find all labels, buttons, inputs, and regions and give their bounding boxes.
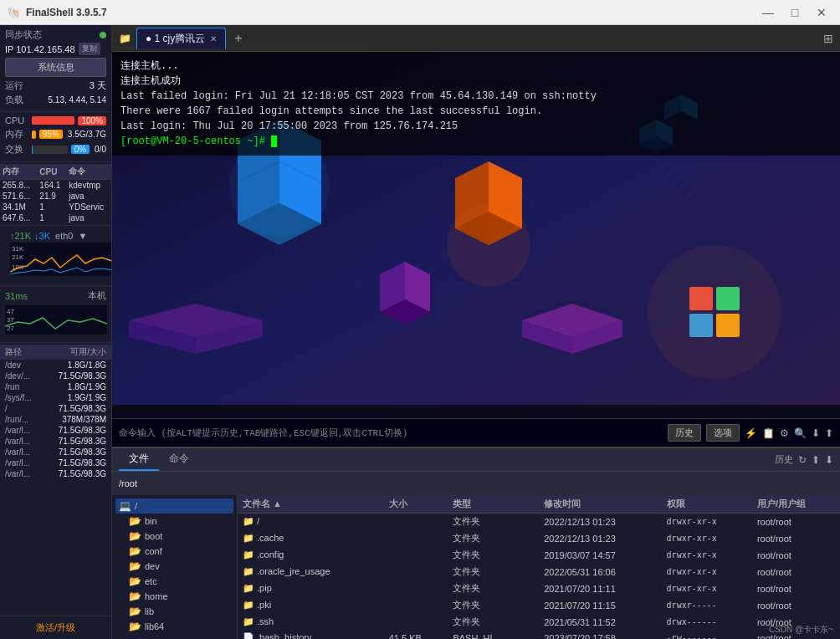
svg-text:10K: 10K (12, 263, 24, 271)
svg-rect-4 (5, 305, 107, 335)
file-name: 📁 / (238, 514, 384, 530)
history-button[interactable]: 历史 (668, 424, 701, 442)
tree-item[interactable]: 📂dev (115, 559, 233, 574)
file-icon: 📄 (243, 632, 254, 639)
file-row[interactable]: 📁 .oracle_jre_usage 文件夹 2022/05/31 16:06… (238, 564, 840, 580)
file-row[interactable]: 📁 .config 文件夹 2019/03/07 14:57 drwxr-xr-… (238, 547, 840, 564)
term-line-1: 连接主机... (120, 59, 832, 74)
folder-icon: 📂 (129, 530, 141, 542)
latency-section: 31ms 本机 47 37 27 (0, 286, 111, 343)
net-dropdown-icon[interactable]: ▼ (78, 231, 87, 241)
file-type: 文件夹 (448, 530, 539, 547)
tab-session-1[interactable]: ● 1 cjy腾讯云 ✕ (136, 28, 226, 49)
upload-icon[interactable]: ⬆ (825, 427, 833, 439)
sys-info-button[interactable]: 系统信息 (5, 58, 106, 77)
disk-row: /dev1.8G/1.8G (0, 360, 111, 371)
minimize-button[interactable]: — (756, 3, 780, 22)
file-row[interactable]: 📁 .ssh 文件夹 2021/05/31 11:52 drwx------ r… (238, 614, 840, 631)
disk-row: /run1.8G/1.9G (0, 381, 111, 392)
tab-commands[interactable]: 命令 (159, 448, 199, 471)
sidebar: 同步状态 IP 101.42.165.48 复制 系统信息 运行 3 天 负载 … (0, 25, 112, 639)
file-col-header[interactable]: 修改时间 (539, 495, 661, 514)
file-col-header[interactable]: 权限 (662, 495, 752, 514)
swap-percent: 0% (71, 145, 90, 154)
tree-item[interactable]: 📂lib (115, 604, 233, 619)
copy-ip-button[interactable]: 复制 (79, 43, 100, 55)
settings-icon[interactable]: ⚙ (780, 427, 789, 439)
maximize-button[interactable]: □ (783, 3, 807, 22)
tab-files[interactable]: 文件 (119, 448, 159, 471)
svg-text:27: 27 (7, 325, 14, 332)
history-icon[interactable]: 历史 (775, 453, 793, 466)
file-size: 41.5 KB (384, 631, 448, 640)
search-icon[interactable]: 🔍 (794, 427, 807, 439)
folder-icon: 📂 (129, 545, 141, 557)
terminal[interactable]: 连接主机... 连接主机成功 Last failed login: Fri Ju… (112, 52, 840, 447)
load-label: 负载 (5, 94, 23, 106)
tab-close-icon[interactable]: ✕ (210, 34, 217, 43)
disk-path: /dev (5, 360, 21, 370)
close-button[interactable]: ✕ (810, 3, 833, 22)
tree-item[interactable]: 📂lib64 (115, 619, 233, 634)
add-tab-button[interactable]: + (229, 31, 247, 46)
download-file-icon[interactable]: ⬇ (825, 454, 833, 466)
file-size (384, 597, 448, 614)
file-list: 文件名 ▲大小类型修改时间权限用户/用户组 📁 / 文件夹 2022/12/13… (238, 495, 840, 639)
download-icon[interactable]: ⬇ (812, 427, 820, 439)
proc-header-mem[interactable]: 内存 (0, 164, 37, 180)
proc-mem: 647.6... (0, 212, 37, 223)
file-owner: root/root (752, 564, 840, 580)
proc-header-cmd[interactable]: 命令 (66, 164, 111, 180)
tree-item[interactable]: 📂conf (115, 544, 233, 559)
copy-icon[interactable]: 📋 (762, 427, 775, 439)
file-col-header[interactable]: 类型 (448, 495, 539, 514)
svg-point-33 (648, 245, 781, 379)
file-col-header[interactable]: 用户/用户组 (752, 495, 840, 514)
main-layout: 同步状态 IP 101.42.165.48 复制 系统信息 运行 3 天 负载 … (0, 25, 840, 639)
file-row[interactable]: 📁 / 文件夹 2022/12/13 01:23 drwxr-xr-x root… (238, 514, 840, 530)
refresh-icon[interactable]: ↻ (798, 454, 807, 466)
activate-button[interactable]: 激活/升级 (3, 620, 108, 636)
proc-cpu: 164.1 (37, 180, 66, 192)
tree-item-label: lib (145, 606, 154, 616)
process-section: 内存 CPU 命令 265.8...164.1kdevtmp571.6...21… (0, 162, 111, 226)
file-row[interactable]: 📁 .pip 文件夹 2021/07/20 11:11 drwxr-xr-x r… (238, 580, 840, 597)
process-table: 内存 CPU 命令 265.8...164.1kdevtmp571.6...21… (0, 164, 111, 223)
tree-item[interactable]: 📂etc (115, 574, 233, 589)
disk-path: /sys/f... (5, 393, 32, 402)
file-col-header[interactable]: 文件名 ▲ (238, 495, 384, 514)
file-row[interactable]: 📁 .pki 文件夹 2021/07/20 11:15 drwxr----- r… (238, 597, 840, 614)
disk-section: 路径 可用/大小 /dev1.8G/1.8G/dev/...71.5G/98.3… (0, 343, 111, 616)
file-mtime: 2021/07/20 11:15 (539, 597, 661, 614)
disk-row: /var/l...71.5G/98.3G (0, 436, 111, 447)
process-row: 34.1M1YDServic (0, 202, 111, 212)
upload-file-icon[interactable]: ⬆ (812, 454, 820, 466)
folder-icon: 💻 (119, 500, 131, 512)
file-icon: 📁 (243, 550, 254, 560)
options-button[interactable]: 选项 (706, 424, 740, 442)
cpu-progress (32, 116, 74, 125)
disk-row: /var/l...71.5G/98.3G (0, 468, 111, 479)
disk-row: /var/l...71.5G/98.3G (0, 447, 111, 458)
resources-section: CPU 100% 内存 95% 3.5G/3.7G 交换 0% (0, 112, 111, 162)
file-owner: root/root (752, 530, 840, 547)
disk-avail: 71.5G/98.3G (59, 371, 106, 381)
grid-layout-icon[interactable]: ⊞ (823, 32, 833, 45)
file-row[interactable]: 📁 .cache 文件夹 2022/12/13 01:23 drwxr-xr-x… (238, 530, 840, 547)
proc-header-cpu[interactable]: CPU (37, 164, 66, 180)
tree-item[interactable]: 📂boot (115, 529, 233, 544)
bottom-panel: 文件 命令 历史 ↻ ⬆ ⬇ /root 💻/📂bin📂boot📂conf (112, 447, 840, 639)
tree-item[interactable]: 📂home (115, 589, 233, 604)
file-row[interactable]: 📄 .bash_history 41.5 KB BASH_HI... 2023/… (238, 631, 840, 640)
tree-item[interactable]: 💻/ (115, 498, 233, 514)
sync-status-label: 同步状态 (5, 28, 42, 41)
file-owner: root/root (752, 580, 840, 597)
file-col-header[interactable]: 大小 (384, 495, 448, 514)
file-perm: drwx------ (662, 614, 752, 631)
tab-label: ● 1 cjy腾讯云 (146, 32, 205, 46)
tree-item-label: conf (145, 546, 162, 556)
file-perm: -rw------- (662, 631, 752, 640)
tree-item[interactable]: 📂bin (115, 514, 233, 529)
disk-avail: 378M/378M (62, 415, 106, 424)
lightning-icon[interactable]: ⚡ (745, 427, 757, 439)
